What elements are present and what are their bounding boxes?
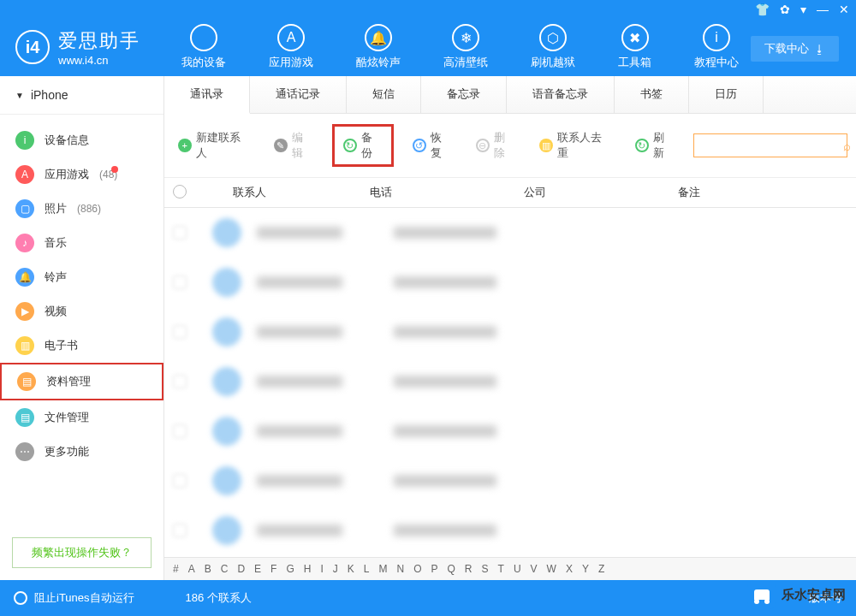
tab-6[interactable]: 日历: [689, 76, 764, 113]
alpha-E[interactable]: E: [254, 563, 261, 575]
col-contact[interactable]: 联系人: [199, 185, 370, 200]
alpha-U[interactable]: U: [514, 563, 521, 575]
alpha-A[interactable]: A: [188, 563, 195, 575]
refresh-button[interactable]: ↻刷新: [630, 127, 680, 164]
row-checkbox[interactable]: [173, 424, 187, 438]
alpha-O[interactable]: O: [413, 563, 421, 575]
alpha-I[interactable]: I: [320, 563, 323, 575]
alpha-X[interactable]: X: [566, 563, 573, 575]
backup-button[interactable]: ↻备份: [332, 124, 394, 167]
search-box[interactable]: ⌕: [693, 133, 847, 157]
itunes-toggle[interactable]: 阻止iTunes自动运行: [14, 590, 134, 606]
gear-icon[interactable]: ✿: [780, 3, 790, 16]
alpha-N[interactable]: N: [396, 563, 404, 575]
dedup-button[interactable]: ▥联系人去重: [534, 127, 616, 164]
table-row[interactable]: [164, 208, 856, 258]
row-checkbox[interactable]: [173, 524, 187, 537]
alpha-K[interactable]: K: [348, 563, 354, 575]
table-row[interactable]: [164, 456, 856, 506]
table-row[interactable]: [164, 357, 856, 406]
row-checkbox[interactable]: [173, 226, 187, 240]
alpha-F[interactable]: F: [270, 563, 276, 575]
minimize-icon[interactable]: —: [817, 3, 829, 16]
alpha-#[interactable]: #: [173, 563, 179, 575]
tab-5[interactable]: 书签: [615, 76, 689, 113]
topnav-item-0[interactable]: 我的设备: [181, 24, 226, 70]
sidebar-icon: A: [15, 165, 34, 184]
row-checkbox[interactable]: [173, 275, 187, 289]
app-name: 爱思助手: [58, 28, 140, 54]
table-row[interactable]: [164, 406, 856, 456]
tab-3[interactable]: 备忘录: [421, 76, 507, 113]
alpha-T[interactable]: T: [498, 563, 504, 575]
search-input[interactable]: [699, 139, 843, 152]
avatar: [212, 218, 241, 247]
alpha-L[interactable]: L: [364, 563, 370, 575]
alpha-J[interactable]: J: [333, 563, 338, 575]
sidebar-item-2[interactable]: ▢照片(886): [0, 192, 163, 226]
row-checkbox[interactable]: [173, 375, 187, 388]
device-selector[interactable]: ▼ iPhone: [0, 76, 163, 115]
alpha-B[interactable]: B: [205, 563, 211, 575]
col-company[interactable]: 公司: [524, 185, 678, 200]
sidebar-item-9[interactable]: ⋯更多功能: [0, 435, 163, 469]
sidebar-item-1[interactable]: A应用游戏(48): [0, 157, 163, 192]
close-icon[interactable]: ✕: [839, 3, 849, 16]
table-header: 联系人 电话 公司 备注: [164, 178, 856, 208]
sidebar-item-7[interactable]: ▤资料管理: [0, 363, 163, 400]
topnav-item-1[interactable]: A应用游戏: [269, 24, 313, 70]
download-center-button[interactable]: 下载中心⭳: [751, 36, 839, 62]
help-link[interactable]: 频繁出现操作失败？: [12, 537, 152, 568]
tshirt-icon[interactable]: 👕: [755, 3, 770, 16]
circle-icon: [14, 591, 27, 605]
alpha-S[interactable]: S: [482, 563, 489, 575]
tab-2[interactable]: 短信: [347, 76, 421, 113]
alpha-H[interactable]: H: [304, 563, 312, 575]
delete-button[interactable]: ⊖删除: [471, 127, 520, 164]
table-row[interactable]: [164, 506, 856, 555]
table-row[interactable]: [164, 258, 856, 307]
edit-button[interactable]: ✎编辑: [269, 127, 318, 164]
watermark: 乐水安卓网: [747, 580, 846, 609]
alpha-D[interactable]: D: [237, 563, 245, 575]
topnav-item-6[interactable]: i教程中心: [694, 24, 739, 70]
row-checkbox[interactable]: [173, 325, 187, 339]
sidebar-item-8[interactable]: ▤文件管理: [0, 400, 163, 435]
alpha-R[interactable]: R: [465, 563, 473, 575]
sidebar-item-4[interactable]: 🔔铃声: [0, 260, 163, 294]
topnav-item-4[interactable]: ⬡刷机越狱: [531, 24, 575, 70]
search-icon[interactable]: ⌕: [843, 139, 851, 153]
download-icon: ⭳: [814, 43, 825, 56]
alpha-V[interactable]: V: [531, 563, 538, 575]
topnav-item-2[interactable]: 🔔酷炫铃声: [356, 24, 401, 70]
table-row[interactable]: [164, 307, 856, 357]
plus-icon: +: [178, 139, 192, 152]
alpha-M[interactable]: M: [378, 563, 387, 575]
alpha-Z[interactable]: Z: [598, 563, 604, 575]
alpha-W[interactable]: W: [547, 563, 556, 575]
alpha-index: #ABCDEFGHIJKLMNOPQRSTUVWXYZ: [164, 557, 856, 580]
tab-1[interactable]: 通话记录: [250, 76, 347, 113]
col-phone[interactable]: 电话: [370, 185, 524, 200]
sidebar-item-3[interactable]: ♪音乐: [0, 226, 163, 260]
select-all-checkbox[interactable]: [173, 185, 199, 200]
sidebar-item-0[interactable]: i设备信息: [0, 123, 163, 157]
sidebar-item-5[interactable]: ▶视频: [0, 294, 163, 329]
restore-button[interactable]: ↺恢复: [407, 127, 457, 164]
tab-4[interactable]: 语音备忘录: [507, 76, 615, 113]
alpha-P[interactable]: P: [431, 563, 438, 575]
alpha-G[interactable]: G: [286, 563, 294, 575]
dropdown-icon[interactable]: ▾: [800, 3, 806, 16]
alpha-Y[interactable]: Y: [582, 563, 589, 575]
topnav-item-5[interactable]: ✖工具箱: [618, 24, 651, 70]
tab-0[interactable]: 通讯录: [164, 76, 250, 114]
alpha-Q[interactable]: Q: [448, 563, 455, 575]
col-note[interactable]: 备注: [678, 185, 847, 200]
top-nav: 我的设备A应用游戏🔔酷炫铃声❄高清壁纸⬡刷机越狱✖工具箱i教程中心: [181, 24, 739, 70]
sidebar-item-6[interactable]: ▥电子书: [0, 329, 163, 363]
new-contact-button[interactable]: +新建联系人: [173, 127, 255, 164]
alpha-C[interactable]: C: [221, 563, 229, 575]
contact-count: 186 个联系人: [186, 590, 252, 606]
topnav-item-3[interactable]: ❄高清壁纸: [443, 24, 488, 70]
row-checkbox[interactable]: [173, 474, 187, 488]
